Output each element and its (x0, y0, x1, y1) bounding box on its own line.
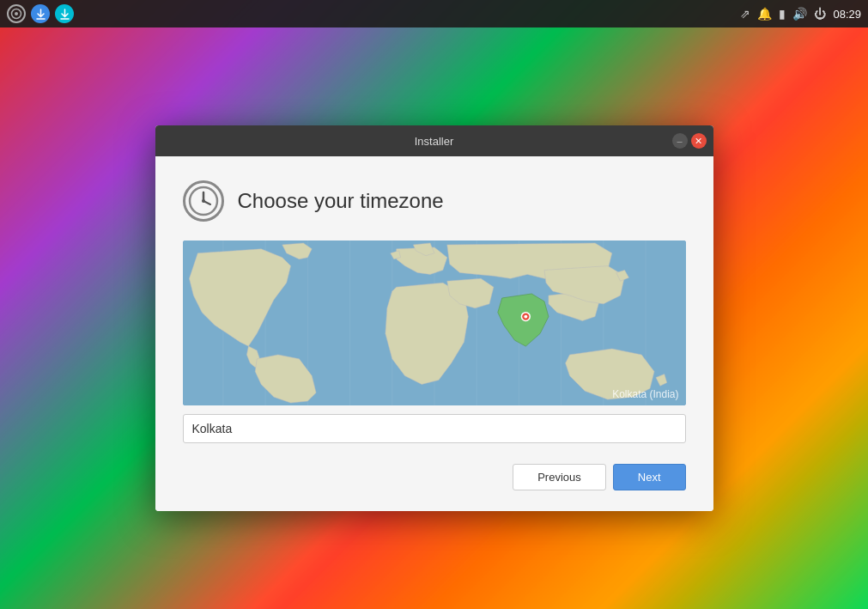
power-icon: ⏻ (814, 7, 826, 21)
titlebar-controls: – ✕ (672, 133, 707, 149)
next-button[interactable]: Next (613, 464, 686, 490)
download2-icon[interactable] (55, 4, 74, 23)
timezone-input[interactable] (183, 414, 686, 443)
svg-point-7 (202, 199, 205, 203)
clock-display: 08:29 (833, 8, 861, 21)
clock-icon (183, 180, 224, 222)
dialog-body: Choose your timezone (155, 156, 713, 511)
map-location-label: Kolkata (India) (612, 388, 678, 400)
close-button[interactable]: ✕ (691, 133, 707, 149)
circle-icon (7, 4, 26, 23)
svg-point-21 (524, 315, 527, 319)
page-header: Choose your timezone (183, 180, 686, 222)
minimize-button[interactable]: – (672, 133, 688, 149)
dialog-footer: Previous Next (183, 460, 686, 490)
dialog-titlebar: Installer – ✕ (155, 125, 713, 156)
taskbar-left (7, 4, 74, 23)
bell-icon: 🔔 (757, 7, 772, 21)
page-title: Choose your timezone (238, 189, 444, 213)
installer-dialog: Installer – ✕ (155, 125, 713, 511)
download1-icon[interactable] (31, 4, 50, 23)
previous-button[interactable]: Previous (513, 464, 606, 490)
timezone-map[interactable]: Kolkata (India) (183, 241, 686, 405)
taskbar: ⇗ 🔔 ▮ 🔊 ⏻ 08:29 (0, 0, 868, 27)
volume-icon: 🔊 (792, 7, 807, 21)
battery-icon: ▮ (779, 7, 786, 21)
dialog-wrapper: Installer – ✕ (0, 27, 868, 609)
dialog-title: Installer (166, 135, 703, 148)
taskbar-right: ⇗ 🔔 ▮ 🔊 ⏻ 08:29 (740, 7, 861, 21)
redirect-icon: ⇗ (740, 7, 750, 21)
svg-point-1 (15, 12, 18, 15)
